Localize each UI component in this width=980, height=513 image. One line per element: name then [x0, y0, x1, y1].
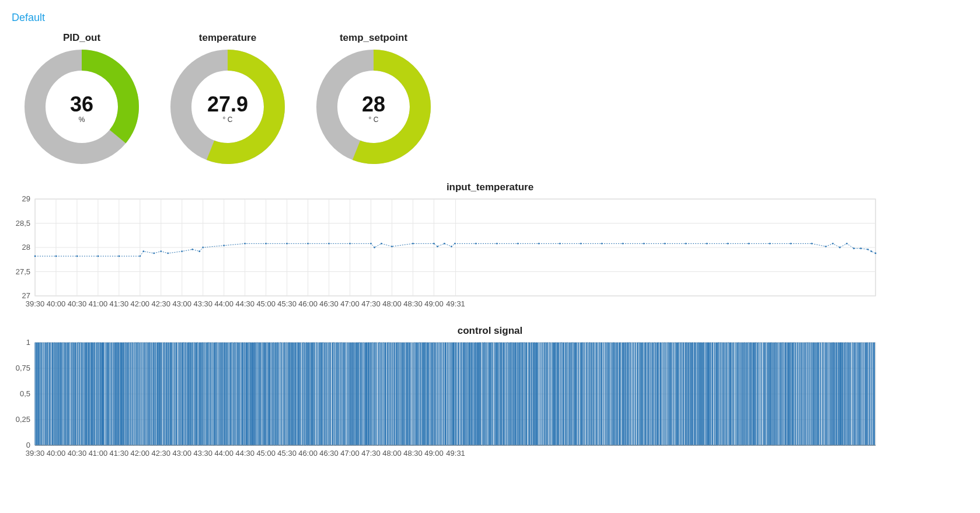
- svg-point-110: [825, 246, 826, 247]
- svg-text:39:30: 39:30: [26, 449, 45, 458]
- svg-text:49:00: 49:00: [424, 299, 444, 308]
- tab-default[interactable]: Default: [6, 9, 51, 26]
- svg-text:40:00: 40:00: [47, 299, 66, 308]
- svg-point-67: [139, 256, 141, 257]
- svg-point-62: [34, 256, 36, 257]
- svg-text:43:30: 43:30: [193, 299, 212, 308]
- svg-point-66: [118, 256, 120, 257]
- svg-text:1: 1: [26, 339, 30, 347]
- svg-text:42:00: 42:00: [131, 449, 150, 458]
- svg-point-88: [433, 243, 435, 245]
- svg-point-83: [370, 243, 372, 245]
- svg-point-77: [244, 243, 246, 245]
- svg-text:43:00: 43:00: [173, 449, 192, 458]
- svg-text:48:30: 48:30: [403, 299, 423, 308]
- gauges-row: PID_out 36 % temperature 27.9 ° C temp_s…: [6, 26, 974, 171]
- svg-text:41:30: 41:30: [110, 299, 129, 308]
- chart-title-input-temperature: input_temperature: [6, 182, 974, 193]
- svg-point-92: [454, 243, 456, 245]
- svg-point-94: [496, 243, 498, 245]
- svg-text:28,5: 28,5: [16, 219, 30, 228]
- svg-point-90: [444, 243, 445, 245]
- svg-point-78: [265, 243, 267, 245]
- svg-text:0,5: 0,5: [20, 389, 30, 398]
- svg-text:42:30: 42:30: [152, 299, 171, 308]
- svg-point-101: [643, 243, 645, 245]
- svg-point-111: [832, 243, 833, 245]
- svg-text:44:30: 44:30: [235, 449, 254, 458]
- svg-point-95: [517, 243, 519, 245]
- svg-text:46:00: 46:00: [298, 299, 318, 308]
- svg-point-80: [307, 243, 309, 245]
- svg-point-82: [349, 243, 351, 245]
- svg-text:46:30: 46:30: [319, 449, 339, 458]
- svg-point-74: [198, 250, 200, 252]
- svg-text:44:30: 44:30: [235, 299, 254, 308]
- svg-point-71: [167, 253, 169, 254]
- svg-text:48:00: 48:00: [382, 299, 402, 308]
- svg-point-64: [76, 256, 78, 257]
- svg-text:40:30: 40:30: [68, 449, 87, 458]
- svg-text:%: %: [79, 116, 85, 124]
- svg-point-108: [790, 243, 792, 245]
- svg-point-96: [538, 243, 540, 245]
- svg-text:27,5: 27,5: [16, 267, 30, 276]
- svg-point-84: [374, 247, 375, 249]
- svg-point-76: [223, 245, 225, 246]
- svg-text:0,25: 0,25: [16, 415, 30, 424]
- svg-point-72: [181, 250, 183, 252]
- svg-text:43:30: 43:30: [193, 449, 212, 458]
- svg-point-85: [381, 243, 382, 245]
- svg-point-97: [559, 243, 561, 245]
- svg-text:36: 36: [70, 92, 93, 116]
- svg-point-103: [685, 243, 687, 245]
- svg-text:0: 0: [26, 441, 30, 449]
- svg-text:40:00: 40:00: [47, 449, 66, 458]
- svg-text:° C: ° C: [223, 116, 233, 124]
- svg-text:48:30: 48:30: [403, 449, 423, 458]
- chart-control-signal: 00,250,50,75139:3040:0040:3041:0041:3042…: [6, 339, 974, 464]
- svg-point-113: [846, 243, 848, 245]
- svg-point-70: [160, 250, 162, 252]
- svg-point-79: [286, 243, 288, 245]
- svg-point-105: [727, 243, 729, 245]
- svg-point-117: [870, 250, 872, 252]
- gauge-pid-out: PID_out 36 %: [23, 32, 140, 165]
- svg-point-81: [328, 243, 330, 245]
- svg-text:28: 28: [362, 92, 385, 116]
- svg-text:43:00: 43:00: [173, 299, 192, 308]
- chart-input-temperature: 2727,52828,52939:3040:0040:3041:0041:304…: [6, 196, 974, 315]
- svg-point-109: [811, 243, 812, 245]
- gauge-title: temp_setpoint: [340, 32, 407, 44]
- svg-point-106: [748, 243, 750, 245]
- svg-text:42:00: 42:00: [131, 299, 150, 308]
- svg-point-102: [664, 243, 666, 245]
- svg-point-112: [839, 247, 841, 249]
- svg-text:42:30: 42:30: [152, 449, 171, 458]
- svg-point-87: [412, 243, 414, 245]
- svg-point-115: [860, 247, 862, 249]
- svg-text:27.9: 27.9: [207, 92, 248, 116]
- svg-text:41:00: 41:00: [89, 449, 108, 458]
- svg-text:49:31: 49:31: [446, 449, 465, 458]
- svg-text:49:31: 49:31: [446, 299, 465, 308]
- svg-point-100: [622, 243, 624, 245]
- svg-point-116: [867, 249, 869, 250]
- svg-point-98: [580, 243, 582, 245]
- svg-point-86: [391, 246, 393, 247]
- svg-point-89: [437, 246, 438, 247]
- svg-point-104: [706, 243, 708, 245]
- gauge-title: temperature: [199, 32, 256, 44]
- svg-text:29: 29: [22, 196, 30, 203]
- svg-text:27: 27: [22, 291, 30, 300]
- svg-text:39:30: 39:30: [26, 299, 45, 308]
- svg-text:45:00: 45:00: [256, 449, 275, 458]
- svg-point-73: [191, 249, 193, 250]
- svg-point-118: [875, 253, 877, 254]
- chart-title-control-signal: control signal: [6, 325, 974, 337]
- gauge-temperature: temperature 27.9 ° C: [169, 32, 286, 165]
- svg-text:47:00: 47:00: [340, 299, 360, 308]
- svg-text:47:30: 47:30: [361, 299, 381, 308]
- svg-point-68: [142, 250, 144, 252]
- svg-text:47:30: 47:30: [361, 449, 381, 458]
